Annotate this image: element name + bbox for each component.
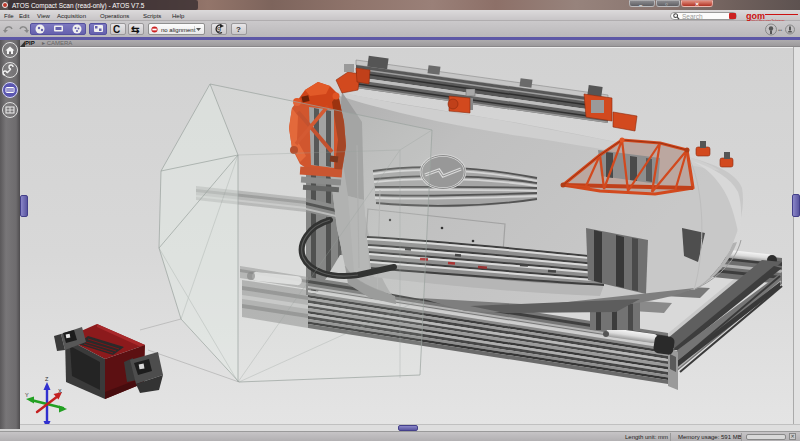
svg-text:X: X <box>58 388 62 394</box>
svg-text:9: 9 <box>217 26 221 33</box>
svg-text:⇆: ⇆ <box>131 24 140 35</box>
svg-text:••: •• <box>778 27 782 33</box>
svg-text:Y: Y <box>25 392 29 398</box>
svg-text:C: C <box>113 24 120 35</box>
